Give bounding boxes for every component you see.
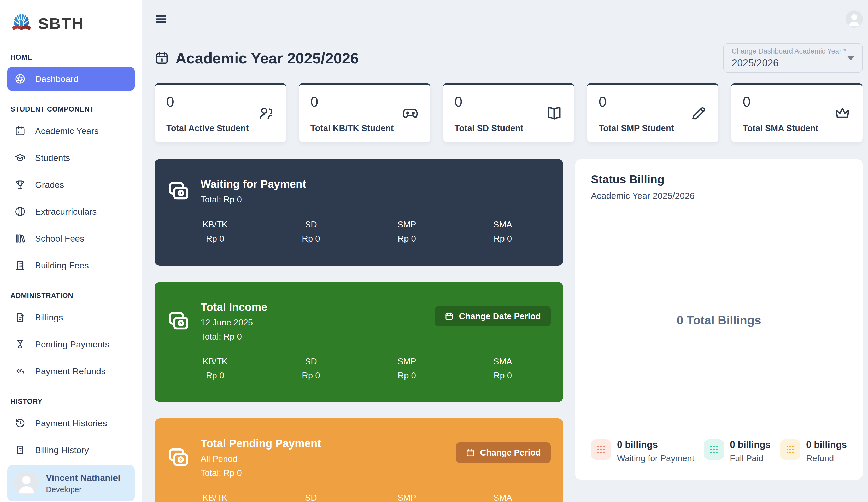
open-book-icon	[546, 105, 563, 122]
content-grid: Waiting for Payment Total: Rp 0 KB/TKRp …	[155, 159, 863, 502]
brand-name: SBTH	[38, 14, 84, 33]
sidebar-item-billings[interactable]: Billings	[7, 306, 135, 329]
level-label: SMA	[455, 493, 551, 502]
money-icon	[167, 310, 190, 333]
sidebar-nav: HOME Dashboard STUDENT COMPONENT Academi…	[7, 53, 135, 465]
history-clock-icon	[14, 418, 25, 429]
refund-back-icon	[14, 366, 25, 377]
sidebar-item-payment-refunds[interactable]: Payment Refunds	[7, 359, 135, 383]
person-icon	[846, 10, 863, 28]
sidebar-item-extracurriculars[interactable]: Extracurriculars	[7, 200, 135, 223]
level-value: Rp 0	[359, 234, 455, 244]
card-date: 12 June 2025	[200, 318, 267, 328]
change-date-period-button[interactable]: Change Date Period	[435, 306, 551, 327]
level-label: SD	[263, 493, 359, 502]
menu-toggle-button[interactable]	[155, 12, 168, 25]
sidebar-item-academic-years[interactable]: Academic Years	[7, 119, 135, 143]
sidebar-item-dashboard[interactable]: Dashboard	[7, 67, 135, 91]
select-value: 2025/2026	[732, 58, 846, 69]
legend-refund: 0 billings Refund	[780, 439, 847, 463]
level-label: KB/TK	[167, 220, 263, 229]
level-breakdown: KB/TKRp 0 SDRp 0 SMPRp 0 SMARp 0	[167, 357, 551, 380]
user-avatar	[14, 471, 39, 495]
books-icon	[14, 233, 25, 244]
sidebar-item-label: Academic Years	[35, 126, 99, 136]
building-icon	[14, 260, 25, 271]
stat-value: 0	[455, 93, 523, 110]
brand: SBTH	[7, 9, 135, 38]
card-title: Total Pending Payment	[200, 437, 321, 450]
hourglass-icon	[14, 339, 25, 350]
main-content: Academic Year 2025/2026 Change Dashboard…	[142, 0, 868, 502]
user-card[interactable]: Vincent Nathaniel Developer	[7, 465, 135, 501]
stat-card-active-student: 0 Total Active Student	[155, 83, 287, 142]
section-label-student-component: STUDENT COMPONENT	[10, 105, 132, 113]
card-title: Total Income	[200, 301, 267, 314]
stat-card-kbtk-student: 0 Total KB/TK Student	[299, 83, 431, 142]
level-label: KB/TK	[167, 357, 263, 367]
stats-row: 0 Total Active Student 0 Total KB/TK Stu…	[155, 83, 863, 142]
academic-year-select[interactable]: Change Dashboard Academic Year * 2025/20…	[723, 43, 863, 73]
sidebar-item-building-fees[interactable]: Building Fees	[7, 254, 135, 277]
stat-label: Total SMP Student	[599, 123, 674, 133]
payment-cards-column: Waiting for Payment Total: Rp 0 KB/TKRp …	[155, 159, 563, 502]
level-value: Rp 0	[167, 234, 263, 244]
card-total: Total: Rp 0	[200, 468, 321, 478]
pencil-icon	[690, 105, 707, 122]
sidebar-item-payment-histories[interactable]: Payment Histories	[7, 411, 135, 435]
sidebar-item-label: Dashboard	[35, 74, 78, 84]
calendar-icon	[445, 312, 454, 321]
level-value: Rp 0	[263, 234, 359, 244]
waiting-for-payment-card: Waiting for Payment Total: Rp 0 KB/TKRp …	[155, 159, 563, 266]
level-label: SMP	[359, 493, 455, 502]
stat-card-sd-student: 0 Total SD Student	[443, 83, 575, 142]
sidebar-item-label: Payment Histories	[35, 418, 107, 428]
legend-count: 0 billings	[730, 439, 771, 450]
level-label: SMP	[359, 357, 455, 367]
legend-label: Full Paid	[730, 453, 771, 463]
trophy-icon	[14, 179, 25, 190]
level-value: Rp 0	[167, 371, 263, 380]
legend-label: Refund	[806, 453, 847, 463]
sidebar-item-students[interactable]: Students	[7, 146, 135, 170]
people-icon	[258, 105, 275, 122]
legend-label: Waiting for Payment	[617, 453, 694, 463]
level-value: Rp 0	[359, 371, 455, 380]
document-icon	[14, 312, 25, 323]
level-value: Rp 0	[263, 371, 359, 380]
ball-icon	[14, 206, 25, 217]
stat-card-sma-student: 0 Total SMA Student	[731, 83, 863, 142]
sidebar-item-label: Billings	[35, 313, 63, 322]
stat-label: Total SMA Student	[743, 123, 818, 133]
sidebar-item-pending-payments[interactable]: Pending Payments	[7, 332, 135, 356]
aperture-icon	[14, 73, 25, 84]
level-label: SMA	[455, 357, 551, 367]
sidebar-item-school-fees[interactable]: School Fees	[7, 227, 135, 250]
user-role: Developer	[46, 485, 120, 494]
page-title: Academic Year 2025/2026	[155, 49, 359, 67]
school-logo-icon	[10, 10, 33, 37]
sidebar-item-label: Building Fees	[35, 260, 89, 270]
level-breakdown: KB/TKRp 0 SDRp 0 SMPRp 0 SMARp 0	[167, 220, 551, 244]
sidebar-item-label: Billing History	[35, 445, 89, 455]
graduation-cap-icon	[14, 152, 25, 163]
sidebar-item-grades[interactable]: Grades	[7, 173, 135, 196]
sidebar-item-label: School Fees	[35, 234, 84, 244]
profile-avatar-button[interactable]	[846, 10, 863, 28]
crown-icon	[834, 105, 851, 122]
money-icon	[167, 180, 190, 203]
level-value: Rp 0	[455, 371, 551, 380]
card-total: Total: Rp 0	[200, 195, 306, 205]
sidebar: SBTH HOME Dashboard STUDENT COMPONENT	[0, 0, 142, 502]
stat-value: 0	[166, 93, 249, 110]
level-value: Rp 0	[455, 234, 551, 244]
sidebar-item-billing-history[interactable]: Billing History	[7, 438, 135, 462]
stat-label: Total SD Student	[455, 123, 523, 133]
calendar-icon	[155, 51, 169, 65]
topbar	[155, 10, 863, 28]
change-period-button[interactable]: Change Period	[456, 442, 551, 463]
user-name: Vincent Nathaniel	[46, 473, 120, 483]
stat-card-smp-student: 0 Total SMP Student	[587, 83, 719, 142]
sidebar-item-label: Extracurriculars	[35, 207, 97, 217]
dots-grid-icon	[591, 439, 611, 460]
